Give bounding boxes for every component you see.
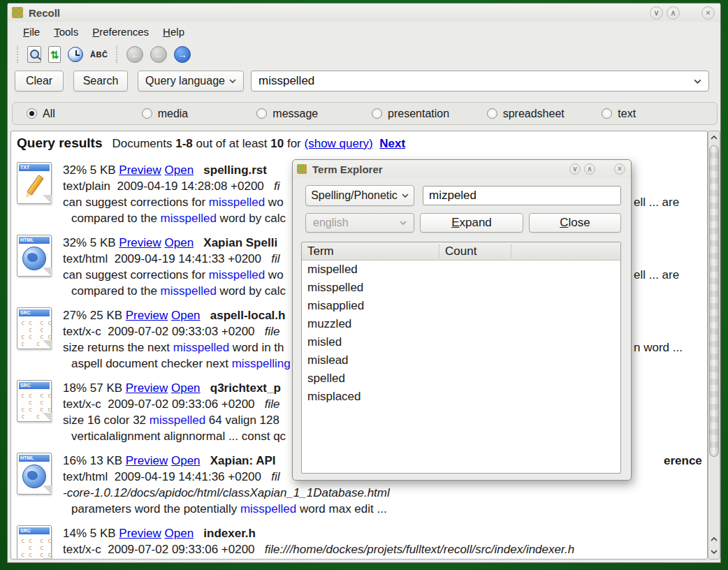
menu-preferences[interactable]: Preferences — [92, 26, 149, 38]
result-item: SRCc c c c c c c c c c c c14% 5 KB Previ… — [17, 524, 707, 560]
dialog-title-bar[interactable]: Term Explorer ∨ ∧ × — [293, 160, 631, 178]
filter-spreadsheet[interactable]: spreadsheet — [487, 108, 602, 120]
text-segment: q3richtext_p — [210, 381, 281, 395]
clear-button[interactable]: Clear — [15, 71, 64, 92]
text-segment: misspelled — [161, 284, 217, 298]
term-input[interactable]: mizpeled — [423, 186, 621, 205]
expansion-mode-dropdown[interactable]: Spelling/Phonetic — [305, 185, 414, 206]
result-link[interactable]: Preview — [126, 454, 168, 467]
text-segment: text/x-c 2009-07-02 09:33:06 +0200 — [63, 543, 265, 556]
text-segment: compared to the — [71, 284, 161, 298]
close-button[interactable]: Close — [529, 213, 621, 233]
query-language-label: Query language — [145, 75, 225, 87]
maximize-button[interactable]: ∧ — [667, 6, 680, 20]
text-segment: size 16 color 32 — [63, 414, 150, 427]
scroll-up-button[interactable] — [708, 534, 720, 545]
result-link[interactable]: Next — [379, 137, 405, 150]
update-index-button[interactable]: ⇅ — [48, 45, 61, 64]
filter-message[interactable]: message — [256, 108, 372, 120]
dialog-close-button[interactable]: × — [614, 163, 625, 175]
result-link[interactable]: (show query) — [305, 137, 373, 150]
result-link[interactable]: Open — [171, 381, 201, 395]
result-line: text/plain 2009-04-19 14:28:08 +0200 fi — [63, 178, 286, 194]
menu-tools[interactable]: Tools — [54, 26, 78, 38]
nav-first-button[interactable]: ← — [126, 45, 144, 64]
results-scrollbar[interactable] — [708, 131, 720, 560]
text-segment: 16% 13 KB — [63, 454, 126, 467]
dialog-minimize-button[interactable]: ∨ — [569, 163, 581, 175]
result-link[interactable]: Preview — [126, 381, 168, 395]
term-cell: misapplied — [302, 299, 439, 313]
filter-text[interactable]: text — [602, 108, 717, 120]
result-line: size returns the next misspelled word in… — [63, 339, 291, 356]
dialog-maximize-button[interactable]: ∧ — [584, 163, 595, 175]
clock-icon — [68, 47, 83, 62]
text-segment: misspelled — [209, 268, 265, 282]
document-sync-icon: ⇅ — [48, 46, 61, 63]
search-button[interactable]: Search — [73, 71, 128, 92]
term-row[interactable]: misapplied — [302, 297, 620, 315]
filter-media[interactable]: media — [142, 108, 257, 120]
expand-button[interactable]: Expand — [420, 213, 523, 233]
column-header-term[interactable]: Term — [302, 244, 439, 258]
term-cell: mispelled — [302, 263, 439, 277]
toolbar-handle[interactable] — [17, 46, 19, 63]
nav-forward-button[interactable]: → — [173, 45, 191, 64]
result-link[interactable]: Open — [171, 309, 201, 322]
history-button[interactable] — [67, 46, 84, 63]
result-link[interactable]: Open — [165, 163, 194, 177]
result-link[interactable]: Preview — [119, 163, 161, 177]
filter-all[interactable]: All — [27, 108, 142, 120]
column-header-count[interactable]: Count — [439, 244, 511, 258]
term-cell: spelled — [302, 372, 439, 386]
search-input[interactable]: misspelled — [251, 71, 709, 92]
menu-help[interactable]: Help — [163, 26, 184, 38]
minimize-icon: ∨ — [572, 166, 577, 173]
text-segment: text/html 2009-04-19 14:41:33 +0200 — [63, 252, 271, 265]
text-segment: for — [284, 137, 304, 150]
result-link[interactable]: Preview — [119, 527, 161, 540]
term-row[interactable]: spelled — [302, 370, 620, 388]
close-button[interactable]: × — [701, 6, 715, 20]
result-line: 32% 5 KB Preview Open spelling.rst — [63, 162, 286, 178]
menu-file[interactable]: File — [23, 26, 40, 38]
show-query-detail-button[interactable] — [27, 45, 42, 64]
result-link[interactable]: Preview — [126, 309, 168, 322]
recoll-app-icon — [12, 7, 23, 18]
text-segment: text/x-c 2009-07-02 09:33:06 +0200 — [63, 397, 265, 411]
file-type-badge: SRC — [19, 382, 50, 389]
text-segment: 27% 25 KB — [63, 309, 126, 322]
chevron-down-icon[interactable] — [694, 79, 701, 84]
clipped-text-fragment: ell ... are — [634, 267, 679, 283]
term-table-header[interactable]: Term Count — [302, 242, 620, 261]
scroll-down-button[interactable] — [708, 546, 720, 557]
term-row[interactable]: mislead — [302, 351, 620, 370]
text-segment: word by calc — [217, 284, 286, 298]
result-link[interactable]: Preview — [119, 236, 161, 249]
scroll-up-button[interactable] — [708, 132, 720, 143]
minimize-button[interactable]: ∨ — [650, 6, 663, 20]
text-segment: can suggest corrections for — [63, 268, 209, 282]
window-title-bar[interactable]: Recoll ∨ ∧ × — [8, 3, 720, 22]
term-row[interactable]: muzzled — [302, 315, 620, 333]
scrollbar-thumb[interactable] — [709, 145, 719, 457]
result-link[interactable]: Open — [165, 236, 194, 249]
result-link[interactable]: Open — [165, 527, 194, 540]
result-text: 32% 5 KB Preview Open Xapian Spellitext/… — [63, 233, 286, 306]
filter-presentation[interactable]: presentation — [372, 108, 487, 120]
nav-back-button[interactable]: ← — [150, 45, 168, 64]
term-row[interactable]: misspelled — [302, 279, 620, 297]
dialog-window-controls: ∨ ∧ × — [569, 163, 631, 175]
term-row[interactable]: misled — [302, 333, 620, 351]
back-arrow-icon: ← — [150, 46, 167, 63]
term-row[interactable]: mispelled — [302, 261, 620, 279]
query-language-dropdown[interactable]: Query language — [138, 71, 244, 92]
toolbar-handle[interactable] — [116, 46, 118, 63]
term-row[interactable]: misplaced — [302, 388, 620, 406]
text-segment: file — [265, 397, 280, 411]
result-line: can suggest corrections for misspelled w… — [63, 194, 286, 210]
result-line: can suggest corrections for misspelled w… — [63, 267, 286, 283]
term-explorer-button[interactable]: ÅBĈ — [89, 50, 108, 59]
chevron-up-icon — [711, 136, 718, 140]
result-link[interactable]: Open — [171, 454, 201, 467]
